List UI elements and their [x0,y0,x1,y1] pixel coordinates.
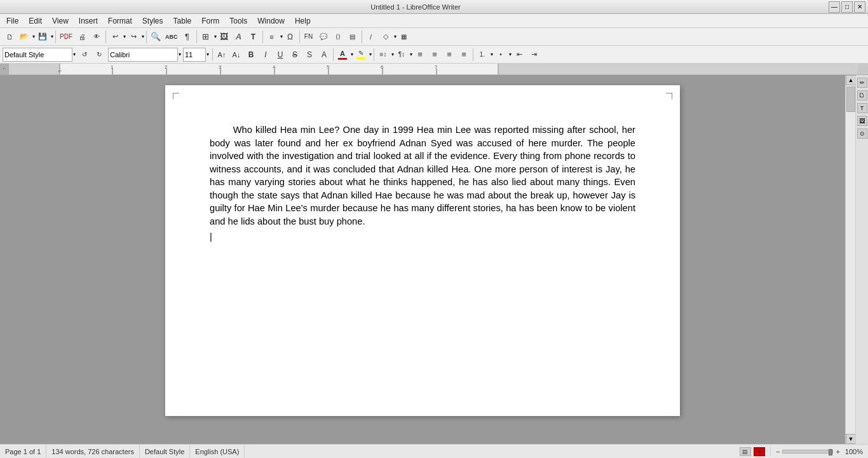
close-button[interactable]: ✕ [854,1,865,13]
style-apply-button[interactable]: ↻ [92,48,106,62]
menu-table[interactable]: Table [168,14,197,27]
save-button[interactable]: 💾 [36,30,50,44]
unordered-list-button[interactable]: • [494,48,508,62]
scroll-down-button[interactable]: ▼ [846,434,856,444]
undo-dropdown-arrow[interactable]: ▾ [123,34,126,39]
ordered-list-dropdown[interactable]: ▾ [491,52,493,57]
panel-page-icon[interactable]: 🗋 [857,90,867,101]
decrease-indent-button[interactable]: ⇤ [512,48,526,62]
panel-nav-icon[interactable]: ⊙ [857,128,867,139]
line-spacing-button[interactable]: ≡↕ [376,48,390,62]
toolbar-more-button[interactable]: ▦ [397,30,411,44]
menu-tools[interactable]: Tools [224,14,252,27]
align-right-button[interactable]: ≡ [442,48,456,62]
draw-button[interactable]: / [364,30,378,44]
export-pdf-button[interactable]: PDF [58,30,74,44]
fields-button[interactable]: ≡ [265,30,279,44]
paragraph-spacing-button[interactable]: ¶↕ [395,48,409,62]
minimize-button[interactable]: — [829,1,840,13]
unordered-list-dropdown[interactable]: ▾ [509,52,512,57]
font-color-button[interactable]: A [336,48,349,62]
menu-window[interactable]: Window [252,14,290,27]
svg-text:4: 4 [273,64,276,70]
outline-button[interactable]: A [317,48,331,62]
footnote-button[interactable]: FN [302,30,316,44]
align-center-button[interactable]: ≡ [428,48,442,62]
fields-dropdown-arrow[interactable]: ▾ [280,34,283,39]
menu-format[interactable]: Format [103,14,137,27]
page-content[interactable]: Who killed Hea min Lee? One day in 1999 … [210,123,635,244]
paragraph-spacing-dropdown[interactable]: ▾ [410,52,412,57]
style-cycle-button[interactable]: ↺ [78,48,92,62]
panel-properties-icon[interactable]: ✏ [857,78,867,88]
increase-indent-button[interactable]: ⇥ [527,48,541,62]
print-preview-button[interactable]: 👁 [90,30,104,44]
table-button[interactable]: ⊞ [199,30,213,44]
fontwork-button[interactable]: A [232,30,246,44]
ruler-corner[interactable]: ⌐ [0,64,9,73]
shapes-dropdown-arrow[interactable]: ▾ [394,34,397,39]
shapes-button[interactable]: ◇ [379,30,393,44]
menu-help[interactable]: Help [290,14,316,27]
highlight-dropdown[interactable]: ▾ [369,52,372,57]
menu-insert[interactable]: Insert [74,14,103,27]
menu-styles[interactable]: Styles [137,14,168,27]
table-dropdown-arrow[interactable]: ▾ [214,34,217,39]
highlight-button[interactable]: ✎ [354,48,368,62]
increase-font-button[interactable]: A↑ [215,48,229,62]
menu-edit[interactable]: Edit [24,14,47,27]
scroll-thumb[interactable] [846,87,855,112]
align-justify-button[interactable]: ≡ [457,48,471,62]
record-button[interactable]: ● [754,447,765,456]
spellcheck-button[interactable]: ABC [163,30,180,44]
font-size-input[interactable] [183,48,206,62]
redo-button[interactable]: ↪ [126,30,140,44]
more-button[interactable]: ▤ [346,30,360,44]
track-changes-button[interactable]: ⟨⟩ [331,30,345,44]
style-dropdown-arrow[interactable]: ▾ [73,52,76,57]
font-dropdown-arrow[interactable]: ▾ [179,52,181,57]
size-dropdown-arrow[interactable]: ▾ [207,52,209,57]
underline-button[interactable]: U [273,48,287,62]
shadow-button[interactable]: S [302,48,316,62]
vertical-scrollbar[interactable]: ▲ ▼ [845,75,855,444]
zoom-in-button[interactable]: + [836,448,839,455]
undo-button[interactable]: ↩ [108,30,122,44]
find-button[interactable]: 🔍 [149,30,163,44]
bold-button[interactable]: B [244,48,258,62]
redo-dropdown-arrow[interactable]: ▾ [142,34,144,39]
open-button[interactable]: 📂 [17,30,31,44]
textbox-button[interactable]: T [247,30,261,44]
document-area[interactable]: Who killed Hea min Lee? One day in 1999 … [0,75,845,444]
panel-gallery-icon[interactable]: 🖼 [857,116,867,126]
menu-form[interactable]: Form [196,14,224,27]
ruler-area: ⌐ 1 2 3 4 5 6 [0,64,868,75]
view-normal-button[interactable]: ▤ [740,447,751,456]
menu-file[interactable]: File [1,14,24,27]
panel-text-icon[interactable]: T [857,103,867,113]
font-color-dropdown[interactable]: ▾ [351,52,353,57]
special-char-button[interactable]: Ω [283,30,297,44]
decrease-font-button[interactable]: A↓ [229,48,243,62]
print-button[interactable]: 🖨 [75,30,89,44]
zoom-slider[interactable] [782,450,833,454]
line-spacing-dropdown[interactable]: ▾ [391,52,394,57]
main-area: Who killed Hea min Lee? One day in 1999 … [0,75,868,444]
font-name-input[interactable] [108,48,178,62]
zoom-out-button[interactable]: − [776,448,780,455]
scroll-up-button[interactable]: ▲ [846,75,856,85]
menu-view[interactable]: View [47,14,74,27]
image-button[interactable]: 🖼 [217,30,231,44]
align-left-button[interactable]: ≡ [413,48,427,62]
open-dropdown-arrow[interactable]: ▾ [32,34,35,39]
italic-button[interactable]: I [259,48,273,62]
comment-button[interactable]: 💬 [316,30,330,44]
save-dropdown-arrow[interactable]: ▾ [51,34,53,39]
zoom-thumb[interactable] [829,449,832,455]
new-button[interactable]: 🗋 [3,30,17,44]
ordered-list-button[interactable]: 1. [475,48,489,62]
paragraph-style-input[interactable] [3,48,72,62]
pilcrow-button[interactable]: ¶ [180,30,194,44]
strikethrough-button[interactable]: S [288,48,302,62]
maximize-button[interactable]: □ [841,1,853,13]
